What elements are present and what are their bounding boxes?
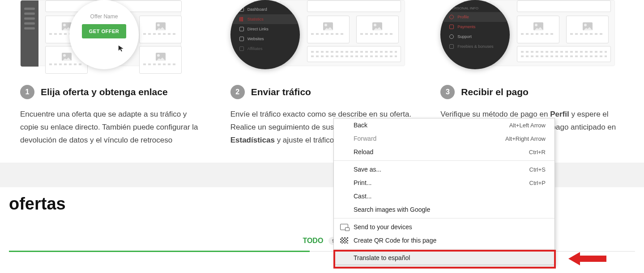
ctx-forward: ForwardAlt+Right Arrow [334, 132, 554, 145]
ctx-translate[interactable]: Translate to español [334, 251, 554, 265]
step-1-title: Elija oferta y obtenga enlace [41, 87, 168, 97]
menu-item-profile: Profile [457, 15, 469, 19]
tab-todo[interactable]: TODO [303, 231, 323, 251]
get-offer-button: GET OFFER [82, 24, 126, 38]
ctx-send-devices[interactable]: Send to your devices [334, 220, 554, 234]
ctx-separator [334, 249, 554, 249]
annotation-arrow-icon [568, 252, 609, 265]
ctx-separator [334, 218, 554, 218]
devices-icon [340, 224, 348, 230]
step-2-number: 2 [230, 85, 245, 99]
ctx-create-qr[interactable]: Create QR Code for this page [334, 234, 554, 247]
step-2-lens: Dashboard Statistics Direct Links Websit… [230, 0, 300, 69]
browser-context-menu[interactable]: BackAlt+Left Arrow ForwardAlt+Right Arro… [333, 118, 555, 265]
step-3-lens: PERSONAL INFO Profile Payments Support F… [440, 0, 510, 69]
ctx-cast[interactable]: Cast... [334, 189, 554, 203]
step-1-number: 1 [20, 85, 34, 99]
menu-item-affiliates: Affiliates [247, 46, 263, 51]
menu-item-dashboard: Dashboard [247, 7, 267, 12]
step-2-illustration: Dashboard Statistics Direct Links Websit… [230, 0, 414, 71]
step-1-illustration: Offer Name GET OFFER [20, 0, 204, 71]
cursor-icon [118, 45, 126, 53]
step-1-lens: Offer Name GET OFFER [69, 0, 139, 69]
ctx-search-images[interactable]: Search images with Google [334, 203, 554, 216]
menu-item-statistics: Statistics [247, 17, 264, 21]
step-2-title: Enviar tráfico [251, 87, 311, 97]
ctx-reload[interactable]: ReloadCtrl+R [334, 145, 554, 159]
tab-active-indicator [9, 251, 310, 252]
step-3-illustration: PERSONAL INFO Profile Payments Support F… [440, 0, 624, 71]
ctx-print[interactable]: Print...Ctrl+P [334, 176, 554, 189]
menu-item-freebies: Freebies & bonuses [457, 44, 493, 49]
ctx-separator [334, 160, 554, 161]
step-1: Offer Name GET OFFER 1 Elija oferta y ob… [20, 0, 204, 147]
qr-icon [340, 237, 348, 244]
step-3-title: Recibir el pago [461, 87, 529, 97]
menu-item-websites: Websites [247, 37, 264, 41]
step-1-body: Encuentre una oferta que se adapte a su … [20, 108, 204, 147]
offer-name-label: Offer Name [90, 13, 118, 20]
ctx-save-as[interactable]: Save as...Ctrl+S [334, 163, 554, 176]
menu-item-payments: Payments [457, 25, 475, 29]
menu-item-support: Support [457, 34, 472, 39]
step-3-number: 3 [440, 85, 455, 99]
ctx-back[interactable]: BackAlt+Left Arrow [334, 118, 554, 132]
menu-item-direct-links: Direct Links [247, 27, 269, 31]
